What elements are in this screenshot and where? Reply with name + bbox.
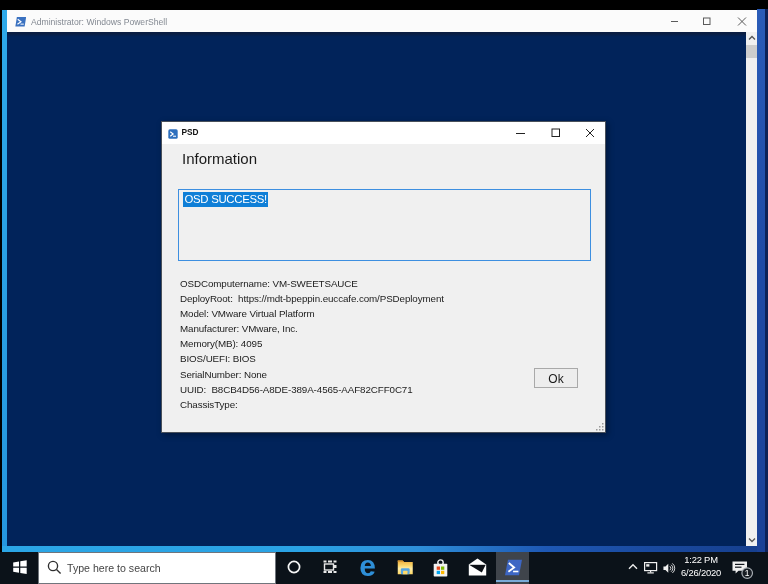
- svg-text:1: 1: [745, 568, 750, 578]
